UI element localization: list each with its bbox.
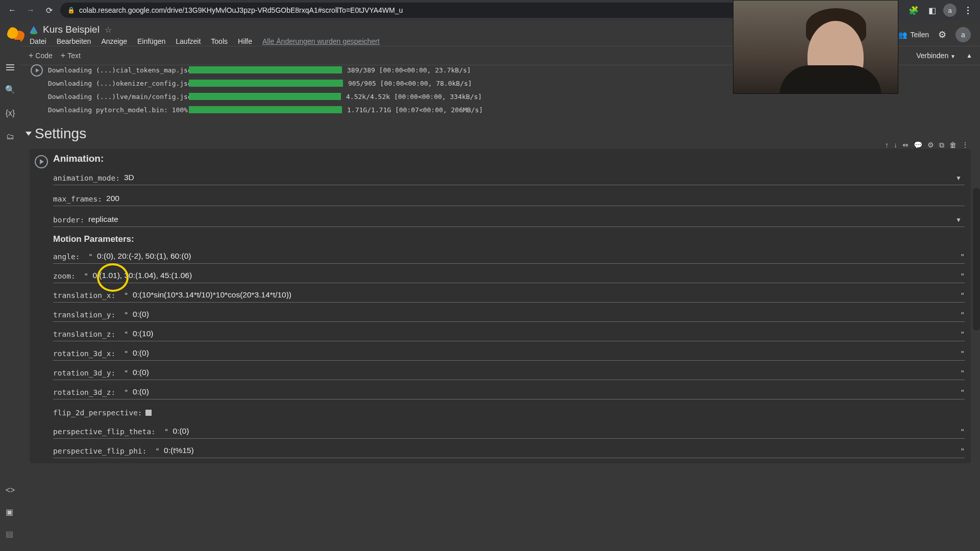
collapse-header-button[interactable]: ▲ <box>964 50 975 61</box>
value: 0:(0) <box>133 387 961 399</box>
field-translation-z[interactable]: translation_z: " 0:(10) " <box>53 329 965 341</box>
value: 200 <box>102 192 965 206</box>
progress-bar <box>189 93 341 100</box>
close-quote: " <box>961 388 965 399</box>
value: 0:(0) <box>133 348 961 360</box>
run-form-cell-button[interactable] <box>35 155 48 168</box>
field-rotation-3d-z[interactable]: rotation_3d_z: " 0:(0) " <box>53 387 965 399</box>
menu-edit[interactable]: Bearbeiten <box>57 37 91 45</box>
download-label: Downloading pytorch_model.bin: 100% <box>48 106 186 114</box>
value: 0:(0) <box>173 427 961 438</box>
star-icon[interactable]: ☆ <box>105 25 112 35</box>
field-flip-2d-perspective[interactable]: flip_2d_perspective: <box>53 409 965 419</box>
back-icon[interactable]: ← <box>5 3 19 17</box>
label: translation_y: <box>53 311 115 321</box>
value: 0:(10*sin(10*3.14*t/10)*10*cos(20*3.14*t… <box>133 290 961 302</box>
field-border[interactable]: border: replicate ▼ <box>53 213 965 227</box>
share-button[interactable]: 👥Teilen <box>898 31 929 39</box>
variables-icon[interactable]: {x} <box>6 109 15 118</box>
open-quote: " <box>115 349 133 360</box>
value: 0:(t%15) <box>164 446 961 458</box>
menu-tools[interactable]: Tools <box>211 37 228 45</box>
close-quote: " <box>961 253 965 263</box>
scrollbar[interactable] <box>973 188 980 331</box>
field-rotation-3d-y[interactable]: rotation_3d_y: " 0:(0) " <box>53 368 965 380</box>
chevron-down-icon: ▼ <box>950 54 955 59</box>
delete-cell-icon[interactable]: 🗑 <box>949 141 957 149</box>
collapse-triangle-icon <box>26 132 32 136</box>
label: angle: <box>53 253 80 263</box>
download-stats: 4.52k/4.52k [00:00<00:00, 334kB/s] <box>346 93 482 101</box>
value: 0:(10) <box>133 329 961 341</box>
value: replicate <box>84 213 955 227</box>
lock-icon: 🔒 <box>67 7 75 14</box>
extensions-icon[interactable]: 🧩 <box>906 3 921 17</box>
menu-runtime[interactable]: Laufzeit <box>176 37 201 45</box>
label: rotation_3d_x: <box>53 349 115 360</box>
field-perspective-flip-theta[interactable]: perspective_flip_theta: " 0:(0) " <box>53 427 965 439</box>
progress-bar <box>189 80 343 87</box>
menu-file[interactable]: Datei <box>30 37 46 45</box>
field-translation-x[interactable]: translation_x: " 0:(10*sin(10*3.14*t/10)… <box>53 290 965 303</box>
terminal-icon[interactable]: ▣ <box>6 507 15 517</box>
field-animation-mode[interactable]: animation_mode: 3D ▼ <box>53 171 965 185</box>
checkbox[interactable] <box>145 410 152 416</box>
close-quote: " <box>961 330 965 341</box>
notebook-main: Downloading (...)cial_tokens_map.json: 1… <box>20 60 980 551</box>
add-comment-icon[interactable]: 💬 <box>914 141 922 149</box>
menu-bar: Datei Bearbeiten Anzeige Einfügen Laufze… <box>30 37 841 45</box>
code-snippets-icon[interactable]: <> <box>6 486 15 495</box>
section-title: Settings <box>35 126 86 142</box>
menu-icon[interactable] <box>961 3 975 17</box>
field-angle[interactable]: angle: " 0:(0), 20:(-2), 50:(1), 60:(0) … <box>53 252 965 264</box>
label: animation_mode: <box>53 174 120 185</box>
menu-view[interactable]: Anzeige <box>101 37 127 45</box>
value: 0:(0) <box>133 368 961 380</box>
add-text-button[interactable]: +Text <box>61 51 81 60</box>
field-rotation-3d-x[interactable]: rotation_3d_x: " 0:(0) " <box>53 348 965 361</box>
cell-settings-icon[interactable]: ⚙ <box>927 141 934 149</box>
menu-insert[interactable]: Einfügen <box>137 37 165 45</box>
find-icon[interactable]: 🔍 <box>5 85 15 94</box>
profile-avatar[interactable]: a <box>943 4 957 17</box>
field-perspective-flip-phi[interactable]: perspective_flip_phi: " 0:(t%15) " <box>53 446 965 458</box>
open-quote: " <box>76 272 93 283</box>
add-code-button[interactable]: +Code <box>29 51 53 60</box>
menu-help[interactable]: Hilfe <box>238 37 252 45</box>
close-quote: " <box>961 428 965 438</box>
save-status[interactable]: Alle Änderungen wurden gespeichert <box>262 37 380 45</box>
mirror-cell-icon[interactable]: ⧉ <box>939 141 944 149</box>
motion-parameters-title: Motion Parameters: <box>53 234 965 244</box>
drive-icon <box>30 26 38 33</box>
field-max-frames[interactable]: max_frames: 200 <box>53 192 965 206</box>
move-down-icon[interactable]: ↓ <box>894 141 897 149</box>
files-icon[interactable]: 🗂 <box>6 132 14 141</box>
close-quote: " <box>961 349 965 360</box>
open-quote: " <box>115 291 133 302</box>
section-settings[interactable]: Settings <box>26 126 971 142</box>
run-cell-button[interactable] <box>31 64 43 77</box>
download-row: Downloading pytorch_model.bin: 100% 1.71… <box>48 103 971 116</box>
label: perspective_flip_theta: <box>53 428 156 438</box>
open-quote: " <box>115 330 133 341</box>
close-quote: " <box>961 291 965 302</box>
cell-more-icon[interactable]: ⋮ <box>962 141 969 149</box>
form-title: Animation: <box>53 153 965 164</box>
value: 0:(0), 20:(-2), 50:(1), 60:(0) <box>97 252 960 263</box>
field-translation-y[interactable]: translation_y: " 0:(0) " <box>53 310 965 322</box>
side-panel-icon[interactable]: ◧ <box>925 3 939 17</box>
move-up-icon[interactable]: ↑ <box>885 141 889 149</box>
document-title[interactable]: Kurs Beispiel <box>43 24 100 35</box>
download-stats: 1.71G/1.71G [00:07<00:00, 206MB/s] <box>347 106 483 114</box>
link-cell-icon[interactable]: ⇔ <box>902 141 909 149</box>
download-label: Downloading (...)okenizer_config.json: 1… <box>48 80 186 87</box>
command-palette-icon[interactable]: ▤ <box>6 529 15 539</box>
field-zoom[interactable]: zoom: " 0:(1.01), 30:(1.04), 45:(1.06) " <box>53 271 965 283</box>
user-avatar[interactable]: a <box>955 27 971 42</box>
url-text: colab.research.google.com/drive/13G9KHyM… <box>79 6 403 14</box>
reload-icon[interactable]: ⟳ <box>42 3 56 17</box>
settings-gear-icon[interactable]: ⚙ <box>938 29 946 40</box>
toc-icon[interactable] <box>6 64 14 70</box>
value: 0:(1.01), 30:(1.04), 45:(1.06) <box>92 271 960 283</box>
download-label: Downloading (...)lve/main/config.json: 1… <box>48 93 186 101</box>
